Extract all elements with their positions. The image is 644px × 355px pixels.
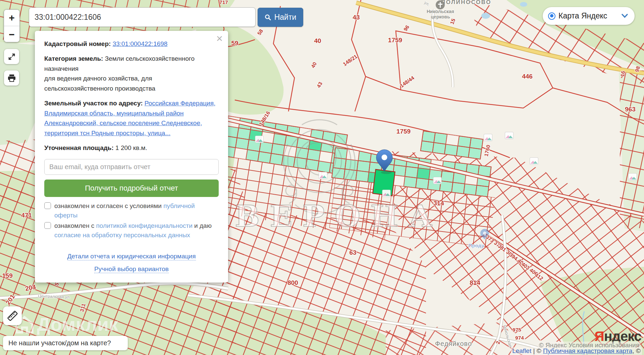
close-icon[interactable]: × [216, 33, 223, 44]
report-details-link[interactable]: Детали отчета и юридическая информация [44, 251, 219, 261]
personal-data-link[interactable]: согласие на обработку персональных данны… [54, 232, 190, 239]
search-button[interactable]: Найти [258, 8, 303, 27]
manual-select-link[interactable]: Ручной выбор вариантов [44, 264, 219, 274]
offer-consent-text: ознакомлен и согласен с условиями публич… [54, 201, 219, 220]
category-row: Категория земель: Земли сельскохозяйстве… [44, 54, 219, 93]
fullscreen-button[interactable] [4, 49, 19, 64]
area-label: Уточненная площадь: [44, 144, 114, 151]
layer-switcher[interactable]: Карта Яндекс [543, 7, 635, 25]
watermark-domclick: Домклик [15, 313, 118, 335]
print-button[interactable] [4, 70, 19, 86]
email-input[interactable] [44, 159, 219, 175]
church-icon [436, 0, 445, 9]
offer-checkbox[interactable] [44, 202, 51, 209]
cadastral-row: Кадастровый номер: 33:01:000422:1698 [44, 39, 219, 49]
privacy-consent-text: ознакомлен с политикой конфиденциальност… [54, 221, 219, 240]
ruler-icon [6, 309, 19, 322]
print-icon [7, 74, 16, 82]
ruler-button[interactable] [3, 306, 22, 325]
leaflet-link[interactable]: Leaflet [512, 347, 531, 354]
address-row: Земельный участок по адресу: Российская … [44, 98, 219, 138]
area-value: 1 200 кв.м. [115, 144, 147, 151]
map-root: ВЕРОНА Домклик 7174340175959589674154014… [0, 0, 644, 355]
category-detail: для ведения дачного хозяйства, для сельс… [44, 75, 155, 92]
radio-icon[interactable] [548, 12, 555, 20]
watermark-verona: ВЕРОНА [235, 199, 416, 234]
fullscreen-icon [8, 53, 16, 61]
not-found-text: Не нашли участок/дом на карте? [8, 339, 111, 347]
search-icon [265, 14, 271, 21]
cadastral-label: Кадастровый номер: [44, 40, 111, 47]
category-label: Категория земель: [44, 55, 103, 62]
search-button-label: Найти [274, 13, 297, 22]
search-input[interactable] [29, 7, 256, 27]
map-attribution: Leaflet | © Публичная кадастровая карта,… [511, 347, 642, 355]
cadastral-number-link[interactable]: 33:01:000422:1698 [113, 40, 168, 47]
offer-consent-row: ознакомлен и согласен с условиями публич… [44, 201, 219, 220]
zoom-control: + − [4, 9, 20, 42]
not-found-bar[interactable]: Не нашли участок/дом на карте? [3, 336, 128, 350]
domclick-text: Домклик [37, 313, 118, 335]
layer-switcher-label: Карта Яндекс [558, 11, 619, 20]
zoom-out-button[interactable]: − [4, 26, 19, 42]
area-row: Уточненная площадь: 1 200 кв.м. [44, 143, 219, 153]
privacy-checkbox[interactable] [44, 222, 51, 229]
pkk-link[interactable]: Публичная кадастровая карта [543, 347, 632, 354]
address-label: Земельный участок по адресу: [44, 100, 143, 107]
zoom-in-button[interactable]: + [4, 10, 19, 26]
search-bar [29, 7, 256, 27]
chevron-down-icon[interactable] [622, 14, 628, 18]
parcel-info-panel: × Кадастровый номер: 33:01:000422:1698 К… [35, 31, 228, 283]
privacy-consent-row: ознакомлен с политикой конфиденциальност… [44, 221, 219, 240]
get-report-button[interactable]: Получить подробный отчет [44, 180, 219, 197]
privacy-policy-link[interactable]: политикой конфиденциальности [96, 222, 192, 229]
